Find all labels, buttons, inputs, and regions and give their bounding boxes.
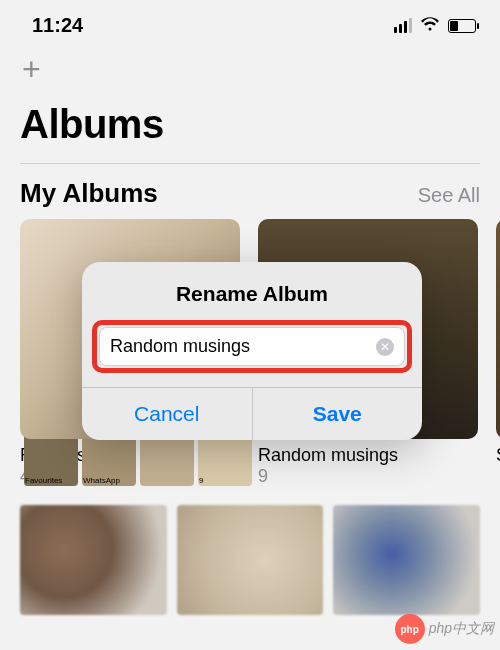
rename-album-dialog: Rename Album ✕ Cancel Save xyxy=(82,262,422,440)
cancel-button[interactable]: Cancel xyxy=(82,388,253,440)
album-name-input[interactable] xyxy=(110,336,376,357)
album-name-input-wrap[interactable]: ✕ xyxy=(99,327,405,366)
save-button[interactable]: Save xyxy=(253,388,423,440)
dialog-title: Rename Album xyxy=(82,262,422,320)
watermark: php php中文网 xyxy=(395,614,494,644)
watermark-badge: php xyxy=(395,614,425,644)
input-highlight-frame: ✕ xyxy=(92,320,412,373)
watermark-text: php中文网 xyxy=(429,620,494,638)
clear-input-icon[interactable]: ✕ xyxy=(376,338,394,356)
dialog-buttons: Cancel Save xyxy=(82,387,422,440)
